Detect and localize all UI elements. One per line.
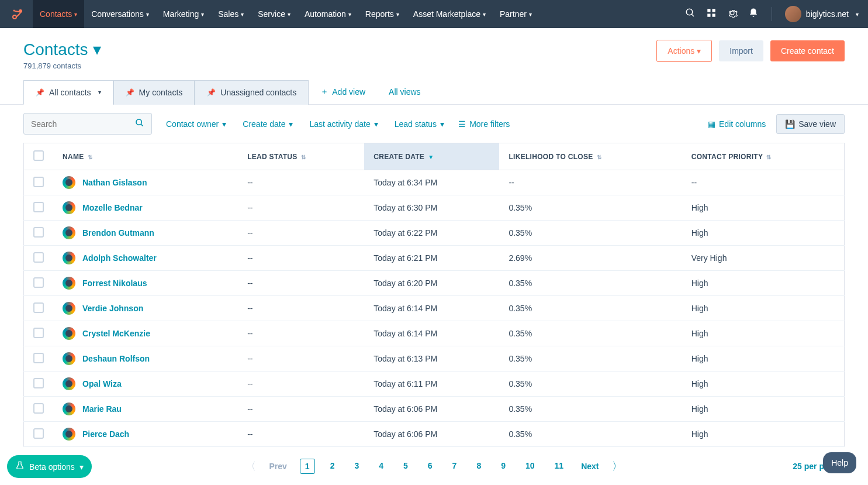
page-5[interactable]: 5 [399, 459, 413, 474]
bell-icon[interactable] [748, 8, 759, 21]
nav-item-automation[interactable]: Automation▾ [298, 0, 358, 28]
page-7[interactable]: 7 [448, 459, 462, 474]
contact-avatar-icon [63, 377, 75, 390]
page-2[interactable]: 2 [326, 459, 340, 474]
tab-all-contacts[interactable]: 📌All contacts▾ [23, 80, 113, 105]
lead-status-cell: -- [238, 372, 364, 397]
next-arrow-icon[interactable]: 〉 [612, 459, 623, 473]
save-view-button[interactable]: 💾 Save view [776, 114, 845, 134]
page-title[interactable]: Contacts ▾ [23, 40, 101, 59]
contact-avatar-icon [63, 201, 75, 214]
hubspot-logo-icon[interactable] [9, 6, 26, 22]
import-button[interactable]: Import [719, 40, 763, 61]
row-checkbox[interactable] [33, 353, 44, 363]
search-icon[interactable] [685, 8, 696, 21]
marketplace-icon[interactable] [706, 8, 717, 21]
help-button[interactable]: Help [823, 452, 856, 473]
filters-row: Contact owner▾Create date▾Last activity … [0, 105, 868, 143]
contact-name-link[interactable]: Nathan Gislason [82, 178, 147, 187]
chevron-down-icon: ▾ [74, 11, 77, 18]
row-checkbox[interactable] [33, 252, 44, 263]
chevron-down-icon: ▾ [288, 11, 291, 18]
actions-button[interactable]: Actions ▾ [656, 40, 712, 62]
contact-name-link[interactable]: Brendon Gutmann [82, 228, 154, 238]
add-view-button[interactable]: ＋ Add view [309, 80, 377, 104]
row-checkbox[interactable] [33, 328, 44, 338]
next-link[interactable]: Next [576, 459, 603, 473]
svg-point-5 [686, 9, 693, 15]
columns-icon: ▦ [708, 119, 715, 129]
row-checkbox[interactable] [33, 378, 44, 388]
row-checkbox[interactable] [33, 177, 44, 187]
contact-name-link[interactable]: Marie Rau [82, 404, 122, 414]
contact-avatar-icon [63, 176, 75, 189]
page-3[interactable]: 3 [350, 459, 364, 474]
contact-name-link[interactable]: Forrest Nikolaus [82, 278, 147, 288]
row-checkbox[interactable] [33, 428, 44, 439]
filter-create-date[interactable]: Create date▾ [243, 119, 293, 129]
page-9[interactable]: 9 [496, 459, 510, 474]
flask-icon [15, 461, 25, 472]
nav-item-sales[interactable]: Sales▾ [211, 0, 251, 28]
page-8[interactable]: 8 [472, 459, 486, 474]
filter-lead-status[interactable]: Lead status▾ [395, 119, 444, 129]
caret-down-icon: ▾ [697, 46, 701, 56]
contact-name-link[interactable]: Pierce Dach [82, 429, 129, 439]
filter-last-activity-date[interactable]: Last activity date▾ [309, 119, 378, 129]
all-views-link[interactable]: All views [377, 80, 432, 104]
beta-options-button[interactable]: Beta options ▾ [7, 455, 92, 478]
page-1[interactable]: 1 [300, 459, 315, 474]
nav-item-contacts[interactable]: Contacts▾ [33, 0, 84, 28]
nav-item-reports[interactable]: Reports▾ [358, 0, 406, 28]
search-input[interactable] [31, 119, 135, 129]
nav-item-conversations[interactable]: Conversations▾ [84, 0, 156, 28]
page-4[interactable]: 4 [374, 459, 388, 474]
page-10[interactable]: 10 [521, 459, 540, 474]
priority-cell: High [682, 271, 845, 296]
priority-cell: High [682, 422, 845, 447]
more-filters-button[interactable]: ☰ More filters [458, 119, 510, 129]
contact-name-link[interactable]: Opal Wiza [82, 379, 122, 388]
nav-item-service[interactable]: Service▾ [251, 0, 298, 28]
filter-contact-owner[interactable]: Contact owner▾ [166, 119, 226, 129]
nav-item-partner[interactable]: Partner▾ [493, 0, 539, 28]
column-header-lead-status[interactable]: LEAD STATUS⇅ [238, 143, 364, 170]
svg-line-3 [16, 13, 20, 17]
pin-icon: 📌 [126, 88, 134, 97]
contact-name-link[interactable]: Adolph Schowalter [82, 253, 157, 263]
account-menu[interactable]: biglytics.net ▾ [785, 6, 859, 22]
row-checkbox[interactable] [33, 202, 44, 212]
create-contact-button[interactable]: Create contact [770, 40, 845, 61]
contact-name-link[interactable]: Crystel McKenzie [82, 329, 150, 338]
search-icon[interactable] [135, 118, 144, 129]
row-checkbox[interactable] [33, 403, 44, 414]
row-checkbox[interactable] [33, 227, 44, 238]
create-date-cell: Today at 6:21 PM [364, 246, 499, 271]
chevron-down-icon: ▾ [529, 11, 532, 18]
tab-unassigned-contacts[interactable]: 📌Unassigned contacts [195, 80, 309, 105]
table-row: Marie Rau--Today at 6:06 PM0.35%High [24, 397, 845, 422]
tab-my-contacts[interactable]: 📌My contacts [113, 80, 195, 105]
row-checkbox[interactable] [33, 277, 44, 288]
contact-name-link[interactable]: Verdie Johnson [82, 304, 143, 313]
gear-icon[interactable] [727, 8, 738, 21]
row-checkbox[interactable] [33, 302, 44, 313]
caret-down-icon: ▾ [440, 119, 444, 129]
column-header-create-date[interactable]: CREATE DATE▼ [364, 143, 499, 170]
likelihood-cell: -- [499, 170, 682, 195]
column-header-name[interactable]: NAME⇅ [53, 143, 238, 170]
likelihood-cell: 2.69% [499, 246, 682, 271]
column-header-contact-priority[interactable]: CONTACT PRIORITY⇅ [682, 143, 845, 170]
create-date-cell: Today at 6:06 PM [364, 422, 499, 447]
page-6[interactable]: 6 [423, 459, 437, 474]
edit-columns-button[interactable]: ▦ Edit columns [708, 119, 766, 129]
nav-item-asset-marketplace[interactable]: Asset Marketplace▾ [406, 0, 493, 28]
priority-cell: High [682, 372, 845, 397]
column-header-likelihood-to-close[interactable]: LIKELIHOOD TO CLOSE⇅ [499, 143, 682, 170]
contact-name-link[interactable]: Deshaun Rolfson [82, 354, 150, 363]
select-all-checkbox[interactable] [33, 150, 44, 161]
contact-name-link[interactable]: Mozelle Bednar [82, 203, 143, 212]
nav-item-marketing[interactable]: Marketing▾ [156, 0, 211, 28]
likelihood-cell: 0.35% [499, 321, 682, 346]
page-11[interactable]: 11 [550, 459, 569, 474]
